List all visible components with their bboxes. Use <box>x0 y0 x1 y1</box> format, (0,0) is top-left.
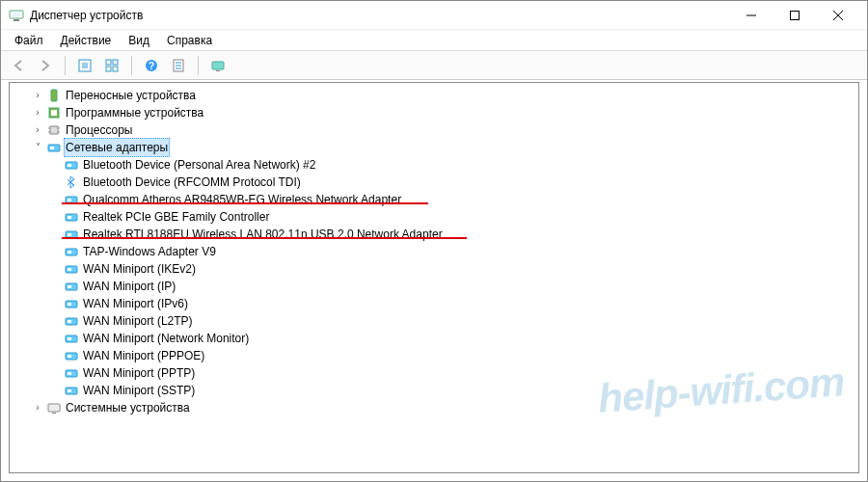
svg-rect-34 <box>68 199 71 201</box>
svg-rect-36 <box>68 216 71 219</box>
tree-label: Программные устройства <box>66 104 203 121</box>
svg-rect-20 <box>216 70 220 71</box>
tree-label: Bluetooth Device (RFCOMM Protocol TDI) <box>83 174 301 191</box>
device-tree[interactable]: › Переносные устройства › Программные ус… <box>9 82 859 473</box>
tree-label: TAP-Windows Adapter V9 <box>83 243 216 260</box>
svg-rect-11 <box>106 67 111 71</box>
tree-item-network[interactable]: WAN Miniport (IP) <box>12 278 856 295</box>
window-controls <box>729 2 859 29</box>
tree-item-network[interactable]: Realtek RTL8188EU Wireless LAN 802.11n U… <box>12 226 856 243</box>
tree-label: Сетевые адаптеры <box>64 138 170 157</box>
tree-item-network[interactable]: WAN Miniport (Network Monitor) <box>12 330 856 347</box>
maximize-button[interactable] <box>773 2 816 29</box>
network-adapter-icon <box>64 383 79 398</box>
network-adapter-icon <box>64 313 79 329</box>
svg-rect-32 <box>68 164 71 167</box>
toolbar-separator <box>198 56 199 75</box>
tree-item-network[interactable]: WAN Miniport (L2TP) <box>12 312 856 330</box>
properties-button[interactable] <box>167 54 190 77</box>
chevron-right-icon: › <box>31 87 44 104</box>
tree-item-network[interactable]: Qualcomm Atheros AR9485WB-EG Wireless Ne… <box>12 191 856 208</box>
svg-rect-30 <box>50 147 54 149</box>
software-device-icon <box>46 105 62 120</box>
menu-action[interactable]: Действие <box>53 32 120 49</box>
tree-category-system[interactable]: › Системные устройства <box>12 399 856 416</box>
svg-rect-1 <box>12 13 21 16</box>
tree-label: Realtek RTL8188EU Wireless LAN 802.11n U… <box>83 226 443 243</box>
tree-category-software[interactable]: › Программные устройства <box>12 104 856 121</box>
menu-file[interactable]: Файл <box>7 32 51 49</box>
tree-item-network[interactable]: TAP-Windows Adapter V9 <box>12 243 856 260</box>
menubar: Файл Действие Вид Справка <box>1 30 867 51</box>
tree-item-network[interactable]: WAN Miniport (IKEv2) <box>12 260 856 278</box>
help-button[interactable]: ? <box>140 54 163 77</box>
network-adapter-icon <box>64 365 79 381</box>
tree-label: WAN Miniport (IKEv2) <box>83 260 196 278</box>
tree-label: WAN Miniport (IP) <box>83 278 176 295</box>
minimize-button[interactable] <box>729 2 773 29</box>
svg-rect-24 <box>50 126 58 134</box>
menu-help[interactable]: Справка <box>159 32 220 49</box>
svg-rect-58 <box>52 413 56 414</box>
back-button[interactable] <box>7 54 30 77</box>
toolbar-separator <box>65 56 66 75</box>
view-button[interactable] <box>100 54 123 77</box>
tree-label: Переносные устройства <box>66 87 196 104</box>
bluetooth-icon <box>64 174 79 190</box>
svg-rect-40 <box>68 251 71 254</box>
tree-label: Процессоры <box>66 121 133 139</box>
svg-rect-56 <box>68 389 71 392</box>
tree-label: WAN Miniport (PPPOE) <box>83 347 204 364</box>
chevron-right-icon: › <box>31 104 44 121</box>
tree-label: WAN Miniport (Network Monitor) <box>83 330 249 347</box>
tree-item-network[interactable]: Bluetooth Device (Personal Area Network)… <box>12 156 856 174</box>
svg-rect-54 <box>68 372 71 375</box>
tree-category-processors[interactable]: › Процессоры <box>12 121 856 139</box>
tree-label: WAN Miniport (L2TP) <box>83 312 193 330</box>
svg-rect-2 <box>14 19 19 21</box>
svg-rect-21 <box>51 90 57 101</box>
app-icon <box>9 8 24 23</box>
close-button[interactable] <box>816 2 859 29</box>
tree-item-network[interactable]: WAN Miniport (IPv6) <box>12 295 856 312</box>
tree-label: WAN Miniport (SSTP) <box>83 382 195 399</box>
svg-rect-48 <box>68 320 71 323</box>
tree-item-network[interactable]: WAN Miniport (PPTP) <box>12 364 856 382</box>
tree-item-network[interactable]: Bluetooth Device (RFCOMM Protocol TDI) <box>12 174 856 191</box>
forward-button[interactable] <box>34 54 57 77</box>
menu-view[interactable]: Вид <box>121 32 157 49</box>
network-adapter-icon <box>64 261 79 277</box>
network-adapter-icon <box>64 227 79 242</box>
tree-item-network[interactable]: Realtek PCIe GBE Family Controller <box>12 208 856 226</box>
tree-item-network[interactable]: WAN Miniport (PPPOE) <box>12 347 856 364</box>
chevron-right-icon: › <box>31 399 44 416</box>
chevron-down-icon: ˅ <box>31 139 44 156</box>
tree-label: Bluetooth Device (Personal Area Network)… <box>83 156 315 174</box>
svg-rect-19 <box>212 62 224 69</box>
svg-rect-52 <box>68 355 71 358</box>
show-hidden-button[interactable] <box>73 54 96 77</box>
scan-button[interactable] <box>206 54 230 77</box>
tree-label: WAN Miniport (IPv6) <box>83 295 188 312</box>
tree-label: WAN Miniport (PPTP) <box>83 364 195 382</box>
svg-rect-8 <box>82 63 88 68</box>
tree-category-network[interactable]: ˅ Сетевые адаптеры <box>12 139 856 156</box>
tree-category-portable[interactable]: › Переносные устройства <box>12 87 856 104</box>
svg-rect-23 <box>51 110 57 116</box>
window-title: Диспетчер устройств <box>30 9 143 22</box>
titlebar: Диспетчер устройств <box>1 1 867 30</box>
svg-rect-57 <box>48 404 60 412</box>
system-device-icon <box>46 400 62 415</box>
toolbar-separator <box>131 56 132 75</box>
svg-text:?: ? <box>149 61 154 71</box>
network-adapter-icon <box>64 244 79 259</box>
svg-rect-44 <box>68 285 71 288</box>
tree-label: Системные устройства <box>66 399 190 416</box>
network-adapter-icon <box>64 157 79 173</box>
tree-item-network[interactable]: WAN Miniport (SSTP) <box>12 382 856 399</box>
network-adapter-icon <box>64 348 79 363</box>
portable-device-icon <box>46 88 62 103</box>
svg-rect-42 <box>68 268 71 271</box>
svg-rect-10 <box>113 60 118 65</box>
svg-rect-9 <box>106 60 111 65</box>
